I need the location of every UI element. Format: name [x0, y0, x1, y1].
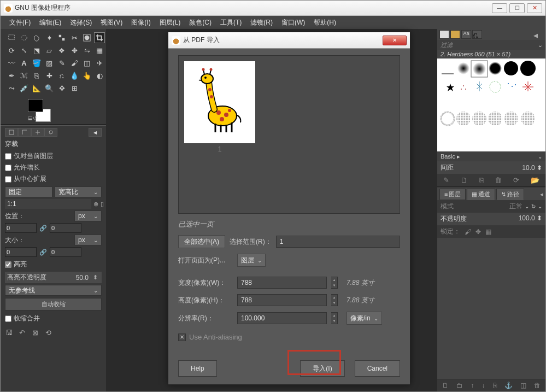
tool-paintbrush[interactable]: 🖌: [69, 57, 80, 68]
menu-view[interactable]: 视图(V): [96, 16, 127, 29]
patterns-tab[interactable]: [450, 30, 460, 39]
dup-brush-icon[interactable]: ⎘: [479, 176, 484, 184]
tool-warp[interactable]: 〰: [6, 57, 17, 68]
opt-tab-menu[interactable]: ◂: [89, 128, 102, 137]
menu-layer[interactable]: 图层(L): [155, 16, 185, 29]
tool-dodge[interactable]: ◐: [94, 70, 105, 81]
opt-tab-2[interactable]: [18, 128, 31, 137]
width-spinner[interactable]: ▲▼: [331, 277, 338, 289]
chk-current-layer[interactable]: 仅对当前图层: [5, 150, 102, 162]
brush-spacing[interactable]: 间距10.0 ⬍: [437, 161, 545, 174]
layers-tab[interactable]: ≡图层: [439, 189, 466, 200]
tool-handle[interactable]: ✥: [69, 45, 80, 56]
tool-shear[interactable]: ⬔: [31, 45, 42, 56]
tool-rect-select[interactable]: [6, 32, 17, 43]
tool-eraser[interactable]: ◫: [81, 57, 92, 68]
tool-ink[interactable]: ✒: [6, 70, 17, 81]
swap-colors-icon[interactable]: ⬓↺: [28, 115, 37, 121]
new-layer-icon[interactable]: 🗋: [442, 382, 449, 389]
resolution-unit-select[interactable]: 像素/in⌄: [347, 312, 382, 325]
layers-list[interactable]: [437, 238, 545, 379]
edit-brush-icon[interactable]: ✎: [443, 176, 449, 184]
layer-up-icon[interactable]: ↑: [471, 382, 474, 389]
tool-pencil[interactable]: ✎: [56, 57, 67, 68]
new-brush-icon[interactable]: 🗋: [461, 176, 468, 184]
menu-select[interactable]: 选择(S): [66, 16, 96, 29]
import-button[interactable]: 导入(I): [300, 360, 344, 377]
clear-icon[interactable]: ⊗: [93, 200, 98, 208]
reset-opts-icon[interactable]: ↶: [17, 329, 27, 337]
tool-bucket[interactable]: 🪣: [31, 57, 42, 68]
tool-zoom[interactable]: 🔍: [44, 83, 55, 93]
tool-perspective[interactable]: ▱: [44, 45, 55, 56]
tool-scale[interactable]: ⤡: [19, 45, 30, 56]
channels-tab[interactable]: ▦通道: [467, 189, 495, 200]
select-all-button[interactable]: 全部选中(A): [178, 235, 225, 248]
menu-colors[interactable]: 颜色(C): [185, 16, 216, 29]
tool-airbrush[interactable]: ✈: [94, 57, 105, 68]
tool-color-select[interactable]: [56, 32, 67, 43]
height-spinner[interactable]: ▲▼: [331, 294, 338, 306]
titlebar[interactable]: GNU 图像处理程序 — ☐ ✕: [1, 1, 545, 16]
brushes-tab[interactable]: [439, 30, 449, 39]
tool-foreground[interactable]: [81, 32, 92, 43]
dup-layer-icon[interactable]: ⎘: [493, 382, 497, 389]
size-w[interactable]: [5, 247, 37, 257]
maximize-button[interactable]: ☐: [509, 3, 525, 13]
menu-windows[interactable]: 窗口(W): [277, 16, 309, 29]
fixed-select[interactable]: 固定: [5, 186, 52, 197]
minimize-button[interactable]: —: [492, 3, 507, 13]
width-input[interactable]: [237, 277, 327, 289]
tool-path[interactable]: ⤳: [6, 83, 17, 93]
mode-select[interactable]: 正常: [509, 202, 522, 211]
close-button[interactable]: ✕: [527, 3, 542, 13]
menu-tools[interactable]: 工具(T): [216, 16, 246, 29]
portrait-icon[interactable]: ▯: [101, 200, 104, 208]
menu-edit[interactable]: 编辑(E): [35, 16, 66, 29]
size-unit[interactable]: px⌄: [74, 235, 102, 245]
lock-alpha-icon[interactable]: ▦: [485, 228, 491, 236]
delete-opts-icon[interactable]: ⊠: [30, 329, 40, 337]
thumb-page-1[interactable]: 1: [184, 61, 255, 208]
resolution-input[interactable]: [237, 312, 327, 324]
guides-select[interactable]: 无参考线⌄: [5, 285, 102, 296]
layer-dock-menu-icon[interactable]: ◂: [540, 191, 543, 198]
tool-ellipse-select[interactable]: [19, 32, 30, 43]
refresh-brush-icon[interactable]: ⟳: [513, 176, 519, 184]
tool-colorpicker[interactable]: 💉: [19, 83, 30, 93]
open-brush-icon[interactable]: 📂: [531, 176, 539, 184]
tool-text[interactable]: A: [19, 57, 30, 68]
antialias-check[interactable]: ✕ Use Anti-aliasing: [178, 333, 400, 341]
help-button[interactable]: Help: [178, 360, 217, 377]
lock-pixels-icon[interactable]: 🖌: [465, 228, 471, 236]
tool-gradient[interactable]: ▨: [44, 57, 55, 68]
resolution-spinner[interactable]: ▲▼: [331, 312, 338, 324]
dock-menu-icon[interactable]: ◂: [533, 30, 543, 39]
chk-highlight[interactable]: 高亮: [5, 259, 102, 270]
layer-group-icon[interactable]: 🗀: [456, 382, 463, 389]
auto-shrink-button[interactable]: 自动收缩: [5, 298, 102, 311]
link-size-icon[interactable]: 🔗: [39, 248, 48, 256]
tool-blur[interactable]: 💧: [69, 70, 80, 81]
tool-rotate[interactable]: ⟳: [6, 45, 17, 56]
tool-scissors[interactable]: ✂: [69, 32, 80, 43]
tool-smudge[interactable]: 👆: [81, 70, 92, 81]
opt-tab-3[interactable]: [31, 128, 44, 137]
opacity-row[interactable]: 不透明度100.0 ⬍: [437, 213, 545, 225]
opt-tab-4[interactable]: [44, 128, 57, 137]
history-tab[interactable]: ⎌: [472, 30, 482, 39]
menu-image[interactable]: 图像(I): [127, 16, 155, 29]
fonts-tab[interactable]: Aa: [461, 30, 471, 39]
menu-file[interactable]: 文件(F): [5, 16, 35, 29]
tool-fuzzy-select[interactable]: ✦: [44, 32, 55, 43]
pos-y[interactable]: [50, 223, 81, 233]
chk-expand-center[interactable]: 从中心扩展: [5, 173, 102, 185]
brush-preset-bar[interactable]: Basic ▸⌄: [437, 151, 545, 161]
brush-filter[interactable]: 过滤⌄: [437, 40, 545, 50]
aspect-select[interactable]: 宽高比⌄: [55, 186, 102, 197]
tool-unified[interactable]: ❖: [56, 45, 67, 56]
pos-unit[interactable]: px⌄: [74, 210, 102, 221]
tool-align[interactable]: ⊞: [69, 83, 80, 93]
tool-heal[interactable]: ✚: [44, 70, 55, 81]
tool-crop[interactable]: [94, 32, 105, 43]
